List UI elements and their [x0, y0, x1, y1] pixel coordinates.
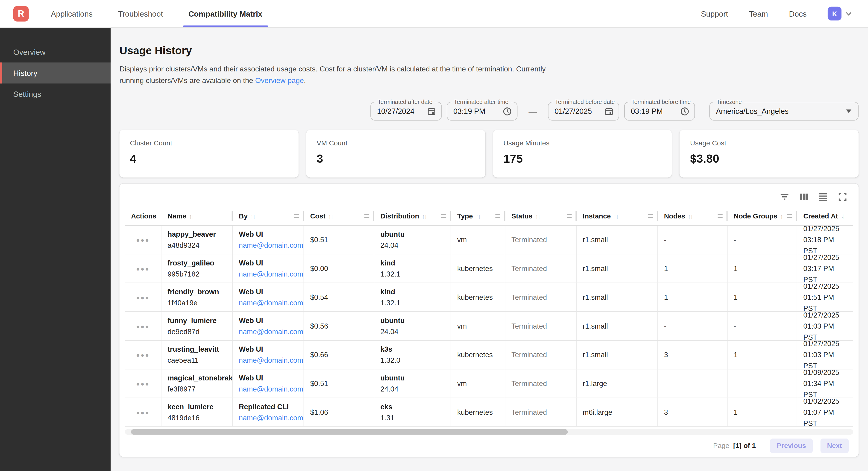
avatar[interactable]: K: [828, 7, 841, 21]
column-label: Name: [167, 212, 186, 220]
terminated-after-date-field[interactable]: Terminated after date 10/27/2024: [370, 102, 442, 121]
timezone-value[interactable]: America/Los_Angeles: [716, 107, 788, 115]
field-value[interactable]: 03:19 PM: [631, 107, 663, 115]
clock-icon[interactable]: [680, 107, 689, 116]
column-header-cost[interactable]: Cost↑↓: [304, 207, 374, 225]
column-header-instance[interactable]: Instance↑↓: [577, 207, 658, 225]
row-actions-button[interactable]: ●●●: [125, 226, 161, 254]
column-drag-handle-icon[interactable]: [294, 214, 299, 218]
sort-icons[interactable]: ↑↓: [422, 213, 427, 219]
nodes-value: -: [664, 378, 722, 389]
scrollbar-thumb[interactable]: [131, 429, 568, 435]
columns-icon[interactable]: [799, 192, 809, 202]
created-by: Web UI: [239, 287, 299, 297]
sidebar: Overview History Settings: [0, 28, 111, 471]
row-actions-button[interactable]: ●●●: [125, 255, 161, 283]
distribution-name: ubuntu: [380, 315, 446, 326]
nav-link-team[interactable]: Team: [749, 9, 768, 18]
row-actions-button[interactable]: ●●●: [125, 341, 161, 369]
created-by-email-link[interactable]: name@domain.com: [239, 384, 299, 395]
clock-icon[interactable]: [503, 107, 512, 116]
column-header-status[interactable]: Status↑↓: [505, 207, 577, 225]
cell-name: keen_lumiere4819de16: [161, 399, 233, 426]
status-value: Terminated: [512, 321, 572, 332]
table-body: ●●●happy_beavera48d9324Web UIname@domain…: [125, 226, 853, 427]
overview-page-link[interactable]: Overview page: [255, 76, 304, 84]
created-by-email-link[interactable]: name@domain.com: [239, 240, 299, 251]
field-value[interactable]: 01/27/2025: [555, 107, 592, 115]
row-actions-button[interactable]: ●●●: [125, 399, 161, 426]
logo-letter: R: [18, 8, 24, 19]
sort-icons[interactable]: ↑↓: [476, 213, 480, 219]
field-value[interactable]: 03:19 PM: [453, 107, 485, 115]
column-header-by[interactable]: By↑↓: [232, 207, 304, 225]
tab-applications[interactable]: Applications: [49, 0, 95, 27]
density-icon[interactable]: [818, 192, 828, 202]
calendar-icon[interactable]: [427, 107, 436, 116]
timezone-select[interactable]: Timezone America/Los_Angeles: [709, 102, 859, 121]
chevron-down-icon[interactable]: [845, 10, 852, 18]
replicated-logo[interactable]: R: [13, 6, 29, 21]
column-header-nodes[interactable]: Nodes↑↓: [658, 207, 727, 225]
fullscreen-icon[interactable]: [838, 192, 847, 202]
previous-page-button[interactable]: Previous: [770, 439, 812, 453]
column-drag-handle-icon[interactable]: [648, 214, 653, 218]
sidebar-item-history[interactable]: History: [0, 62, 111, 83]
created-by-email-link[interactable]: name@domain.com: [239, 297, 299, 308]
terminated-after-time-field[interactable]: Terminated after time 03:19 PM: [447, 102, 517, 121]
row-actions-button[interactable]: ●●●: [125, 370, 161, 398]
cost-value: $0.51: [310, 378, 369, 389]
sort-icons[interactable]: ↑↓: [189, 213, 194, 219]
next-page-button[interactable]: Next: [820, 439, 849, 453]
filter-bar: Terminated after date 10/27/2024 Termina…: [119, 102, 859, 121]
created-by-email-link[interactable]: name@domain.com: [239, 326, 299, 337]
nav-link-docs[interactable]: Docs: [789, 9, 807, 18]
column-drag-handle-icon[interactable]: [787, 214, 793, 218]
column-drag-handle-icon[interactable]: [495, 214, 500, 218]
created-by: Replicated CLI: [239, 402, 299, 412]
cell-name: friendly_brown1f40a19e: [161, 284, 233, 312]
sort-icons[interactable]: ↑↓: [614, 213, 618, 219]
created-by-email-link[interactable]: name@domain.com: [239, 355, 299, 366]
row-actions-button[interactable]: ●●●: [125, 312, 161, 340]
sort-icons[interactable]: ↑↓: [250, 213, 255, 219]
tab-compatibility-matrix[interactable]: Compatibility Matrix: [186, 0, 265, 27]
sort-icons[interactable]: ↑↓: [328, 213, 333, 219]
account-menu[interactable]: K: [828, 7, 852, 21]
column-header-node-groups[interactable]: Node Groups↑↓: [727, 207, 797, 225]
cell-instance: r1.small: [577, 255, 658, 283]
tab-troubleshoot[interactable]: Troubleshoot: [116, 0, 165, 27]
cell-node-groups: 1: [727, 255, 797, 283]
stat-label: Usage Minutes: [503, 139, 661, 147]
cell-type: vm: [451, 226, 505, 254]
calendar-icon[interactable]: [604, 107, 614, 116]
stat-value: 175: [503, 152, 661, 166]
sort-desc-icon[interactable]: ↓: [841, 212, 845, 220]
terminated-before-time-field[interactable]: Terminated before time 03:19 PM: [624, 102, 695, 121]
column-drag-handle-icon[interactable]: [567, 214, 572, 218]
sidebar-item-overview[interactable]: Overview: [0, 41, 111, 62]
column-drag-handle-icon[interactable]: [441, 214, 446, 218]
column-header-type[interactable]: Type↑↓: [451, 207, 505, 225]
nav-link-support[interactable]: Support: [701, 9, 728, 18]
sidebar-item-settings[interactable]: Settings: [0, 83, 111, 105]
column-drag-handle-icon[interactable]: [718, 214, 723, 218]
column-drag-handle-icon[interactable]: [365, 214, 370, 218]
created-by-email-link[interactable]: name@domain.com: [239, 412, 299, 423]
nodes-value: 3: [664, 349, 722, 360]
sort-icons[interactable]: ↑↓: [688, 213, 692, 219]
terminated-before-date-field[interactable]: Terminated before date 01/27/2025: [548, 102, 619, 121]
column-header-created-at[interactable]: Created At↓: [797, 207, 852, 225]
column-header-distribution[interactable]: Distribution↑↓: [374, 207, 451, 225]
created-by-email-link[interactable]: name@domain.com: [239, 269, 299, 280]
cell-node-groups: -: [727, 312, 797, 340]
filter-icon[interactable]: [779, 192, 789, 202]
field-value[interactable]: 10/27/2024: [377, 107, 414, 115]
row-actions-button[interactable]: ●●●: [125, 284, 161, 312]
select-arrow-icon[interactable]: [846, 110, 851, 113]
sort-icons[interactable]: ↑↓: [535, 213, 540, 219]
sort-icons[interactable]: ↑↓: [780, 213, 785, 219]
column-header-name[interactable]: Name↑↓: [161, 207, 233, 225]
ellipsis-icon: ●●●: [136, 263, 150, 274]
node-groups-value: -: [734, 321, 792, 332]
